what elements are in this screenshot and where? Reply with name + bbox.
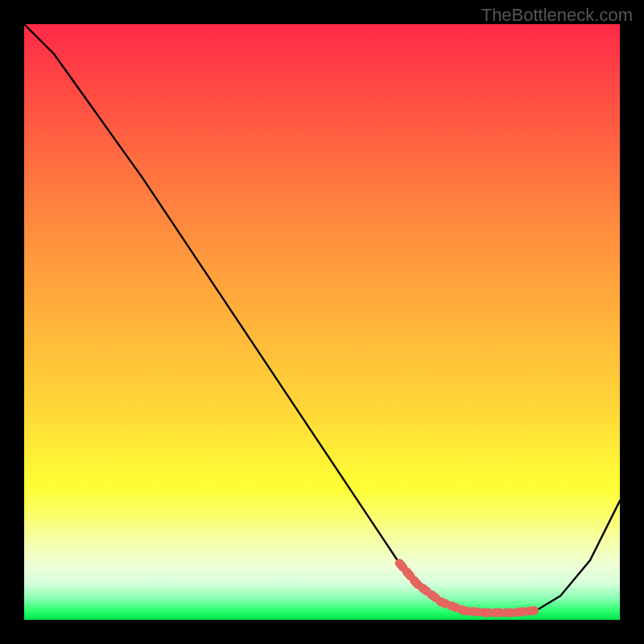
- chart-plot-area: [24, 24, 620, 620]
- chart-main-curve: [24, 24, 620, 613]
- watermark-text: TheBottleneck.com: [481, 5, 633, 26]
- chart-highlight-band: [399, 564, 536, 613]
- chart-curve-layer: [24, 24, 620, 620]
